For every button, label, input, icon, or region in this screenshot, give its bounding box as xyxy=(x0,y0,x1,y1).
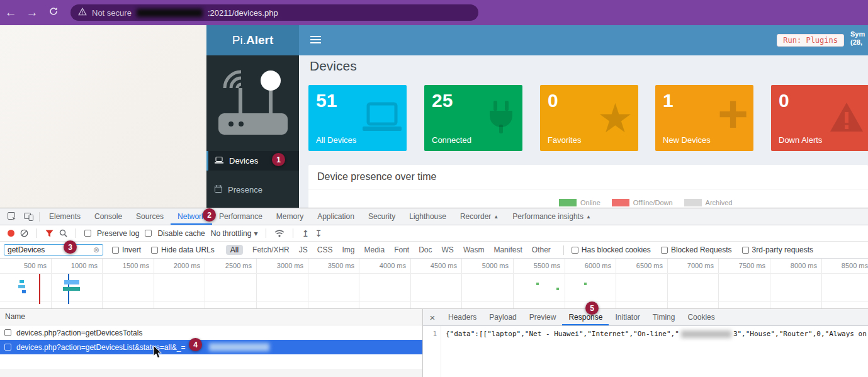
app-content: Devices 51 All Devices 25 Connected 0 Fa… xyxy=(299,55,868,208)
hide-data-urls-checkbox[interactable] xyxy=(151,247,158,254)
request-name: devices.php?action=getDevicesTotals xyxy=(16,329,142,337)
third-party-requests-filter[interactable]: 3rd-party requests xyxy=(742,245,813,254)
preserve-log-checkbox[interactable] xyxy=(84,230,91,237)
search-icon[interactable] xyxy=(59,229,67,237)
card-label: Favorites xyxy=(548,135,581,145)
invert-filter[interactable]: Invert xyxy=(112,245,141,254)
third-party-requests-checkbox[interactable] xyxy=(742,247,749,254)
filter-pill-ws[interactable]: WS xyxy=(442,245,454,254)
card-new-devices[interactable]: 1 New Devices + xyxy=(655,85,753,151)
tab-lighthouse[interactable]: Lighthouse xyxy=(402,209,453,225)
timeline-tick: 6500 ms xyxy=(619,262,663,269)
filter-pill-manifest[interactable]: Manifest xyxy=(493,245,522,254)
tab-application[interactable]: Application xyxy=(310,209,361,225)
has-blocked-cookies-filter[interactable]: Has blocked cookies xyxy=(572,245,651,254)
network-body: Name devices.php?action=getDevicesTotals… xyxy=(0,309,868,377)
tab-performance-insights[interactable]: Performance insights▲ xyxy=(505,209,598,225)
annotation-step-4: 4 xyxy=(189,338,202,351)
card-connected[interactable]: 25 Connected xyxy=(424,85,522,151)
card-label: All Devices xyxy=(316,135,356,145)
tab-sources[interactable]: Sources xyxy=(129,209,171,225)
device-toolbar-icon[interactable] xyxy=(20,213,37,221)
tab-elements[interactable]: Elements xyxy=(42,209,87,225)
filter-pill-other[interactable]: Other xyxy=(532,245,551,254)
inspect-icon[interactable] xyxy=(4,212,20,222)
timeline-tick: 4500 ms xyxy=(413,262,457,269)
detail-tab-payload[interactable]: Payload xyxy=(483,310,522,325)
clear-icon[interactable] xyxy=(20,229,28,237)
detail-tab-headers[interactable]: Headers xyxy=(442,310,483,325)
card-down-alerts[interactable]: 0 Down Alerts xyxy=(771,85,868,151)
preserve-log-label: Preserve log xyxy=(97,229,139,238)
close-icon[interactable]: × xyxy=(423,312,442,323)
network-overview-timeline[interactable]: 500 ms 1000 ms 1500 ms 2000 ms 2500 ms 3… xyxy=(0,259,868,309)
tab-memory[interactable]: Memory xyxy=(269,209,310,225)
tab-recorder[interactable]: Recorder▲ xyxy=(453,209,505,225)
filter-icon[interactable] xyxy=(45,230,54,237)
filter-input[interactable]: getDevices ⊗ xyxy=(4,244,103,256)
disable-cache-checkbox[interactable] xyxy=(145,230,152,237)
app-header: Run: Plugins Sym (28, xyxy=(299,25,868,55)
card-label: New Devices xyxy=(663,135,711,145)
detail-tab-preview[interactable]: Preview xyxy=(523,310,563,325)
chart-legend: Online Offline/Down Archived xyxy=(559,199,732,206)
refresh-icon[interactable] xyxy=(43,0,64,25)
detail-tab-cookies[interactable]: Cookies xyxy=(681,310,721,325)
name-column-header[interactable]: Name xyxy=(0,309,422,325)
record-icon[interactable] xyxy=(8,230,14,237)
filter-pill-fetch-xhr[interactable]: Fetch/XHR xyxy=(252,245,290,254)
forward-icon[interactable]: → xyxy=(21,0,43,25)
tab-console[interactable]: Console xyxy=(87,209,129,225)
invert-checkbox[interactable] xyxy=(112,247,119,254)
hide-data-urls-filter[interactable]: Hide data URLs xyxy=(151,245,215,254)
filter-value: getDevices xyxy=(8,245,91,254)
detail-tab-timing[interactable]: Timing xyxy=(646,310,682,325)
app-logo[interactable]: Pi.Alert xyxy=(206,25,299,55)
filter-pill-doc[interactable]: Doc xyxy=(419,245,432,254)
detail-tab-response[interactable]: Response xyxy=(562,310,609,325)
clear-filter-icon[interactable]: ⊗ xyxy=(93,245,99,254)
run-plugins-button[interactable]: Run: Plugins xyxy=(777,34,844,47)
import-har-icon[interactable]: ↥ xyxy=(302,229,309,238)
has-blocked-cookies-checkbox[interactable] xyxy=(572,247,578,254)
annotation-step-5: 5 xyxy=(585,301,599,315)
sidebar-item-presence[interactable]: Presence xyxy=(206,180,299,200)
sidebar-item-label: Devices xyxy=(229,156,258,166)
back-icon[interactable]: ← xyxy=(0,0,21,25)
timeline-tick: 1500 ms xyxy=(105,262,149,269)
request-row-selected[interactable]: devices.php?action=getDevicesList&status… xyxy=(0,340,422,354)
filter-pill-all[interactable]: All xyxy=(226,245,243,255)
address-bar[interactable]: Not secure :20211/devices.php xyxy=(70,4,478,21)
export-har-icon[interactable]: ↧ xyxy=(315,229,322,238)
timeline-tick: 500 ms xyxy=(3,262,47,269)
filter-pill-css[interactable]: CSS xyxy=(317,245,333,254)
card-favorites[interactable]: 0 Favorites ★ xyxy=(540,85,638,151)
network-conditions-icon[interactable] xyxy=(274,230,285,237)
line-number: 1 xyxy=(432,330,437,338)
devtools-tabbar: Elements Console Sources Network Perform… xyxy=(0,208,868,225)
filter-pill-js[interactable]: JS xyxy=(299,245,308,254)
sidebar-item-devices[interactable]: Devices xyxy=(206,151,299,171)
request-checkbox[interactable] xyxy=(4,344,11,351)
filter-pill-media[interactable]: Media xyxy=(364,245,385,254)
disable-cache-label: Disable cache xyxy=(157,229,205,238)
timeline-tick: 2500 ms xyxy=(208,262,252,269)
menu-toggle-icon[interactable] xyxy=(310,36,321,45)
line-number-gutter: 1 xyxy=(423,326,441,377)
tab-security[interactable]: Security xyxy=(361,209,402,225)
filter-pill-font[interactable]: Font xyxy=(394,245,409,254)
blocked-requests-checkbox[interactable] xyxy=(661,247,668,254)
response-text: 3","House","Router",0,"Always on xyxy=(733,330,867,338)
request-checkbox[interactable] xyxy=(4,329,11,336)
response-viewer[interactable]: 1 {"data":[["laptop","Net - Huawei","Int… xyxy=(423,326,868,377)
blocked-requests-filter[interactable]: Blocked Requests xyxy=(661,245,732,254)
tab-performance[interactable]: Performance xyxy=(212,209,269,225)
throttling-select[interactable]: No throttling ▾ xyxy=(211,229,258,238)
detail-tab-initiator[interactable]: Initiator xyxy=(609,310,646,325)
card-all-devices[interactable]: 51 All Devices xyxy=(308,85,407,151)
filter-pill-wasm[interactable]: Wasm xyxy=(463,245,485,254)
archived-swatch xyxy=(684,199,702,206)
filter-pill-img[interactable]: Img xyxy=(342,245,354,254)
request-row[interactable]: devices.php?action=getDevicesTotals xyxy=(0,325,422,340)
divider xyxy=(266,228,266,238)
